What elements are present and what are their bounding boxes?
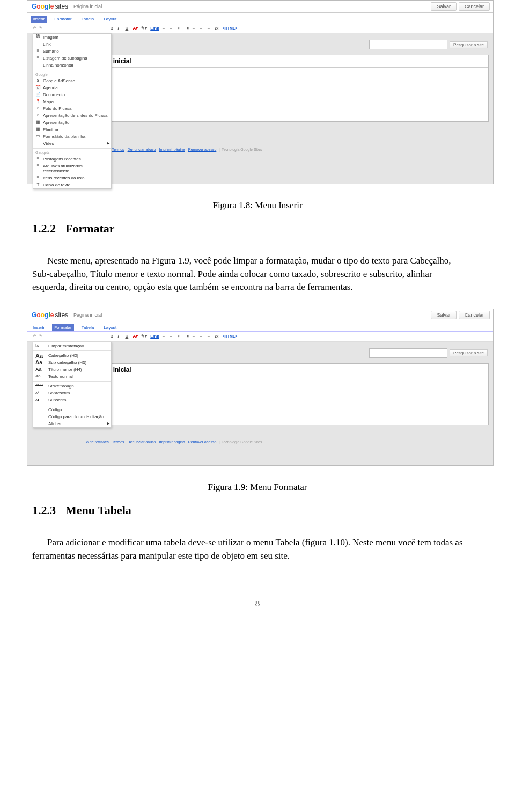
site-search-input[interactable] <box>369 348 447 358</box>
footer-link[interactable]: Denunciar abuso <box>128 148 156 151</box>
cancel-button[interactable]: Cancelar <box>459 311 490 319</box>
tab-layout[interactable]: Layout <box>101 324 119 331</box>
footer-link[interactable]: Remover acesso <box>188 148 217 151</box>
list-bullet-icon[interactable]: ≡ <box>170 26 174 31</box>
indent-icon[interactable]: ⇥ <box>185 334 189 339</box>
footer-link[interactable]: Imprimir página <box>159 440 185 444</box>
bold-icon[interactable]: B <box>110 334 114 339</box>
menu-item-label: Vídeo <box>43 141 54 146</box>
highlight-icon[interactable]: ✎▾ <box>141 26 147 31</box>
menu-item[interactable]: AaSub-cabeçalho (H3) <box>33 359 111 366</box>
outdent-icon[interactable]: ⇤ <box>178 26 182 31</box>
list-numbered-icon[interactable]: ≡ <box>163 26 167 31</box>
menu-item[interactable]: 📍Mapa <box>33 98 111 105</box>
text-color-icon[interactable]: A▾ <box>133 26 138 31</box>
save-button[interactable]: Salvar <box>431 311 457 319</box>
footer-link[interactable]: Imprimir página <box>159 148 185 151</box>
menu-item[interactable]: ≡Arquivos atualizados recentemente <box>33 163 111 174</box>
app-top-bar: Google sites Página inicial Salvar Cance… <box>27 309 493 321</box>
menu-item-label: Cabeçalho (H2) <box>48 353 78 358</box>
menu-item[interactable]: AaTítulo menor (H4) <box>33 366 111 373</box>
save-button[interactable]: Salvar <box>431 2 457 11</box>
underline-icon[interactable]: U <box>125 26 129 31</box>
menu-item[interactable]: 📅Agenda <box>33 84 111 91</box>
html-button[interactable]: <HTML> <box>223 334 238 338</box>
footer-link[interactable]: Remover acesso <box>188 440 217 444</box>
tab-tabela[interactable]: Tabela <box>79 16 97 23</box>
editor-document[interactable]: Página inicial <box>86 363 489 425</box>
undo-redo-icons[interactable]: ↶ ↷ <box>33 26 42 31</box>
cancel-button[interactable]: Cancelar <box>459 2 490 11</box>
highlight-icon[interactable]: ✎▾ <box>141 334 147 339</box>
tab-layout[interactable]: Layout <box>101 16 119 23</box>
site-search-button[interactable]: Pesquisar o site <box>450 349 488 356</box>
menu-item[interactable]: $Google AdSense <box>33 77 111 84</box>
menu-item[interactable]: ○Apresentação de slides do Picasa <box>33 112 111 119</box>
italic-icon[interactable]: I <box>117 26 122 31</box>
italic-icon[interactable]: I <box>117 334 122 339</box>
figure-1-8-screenshot: Google sites Página inicial Salvar Cance… <box>27 0 494 184</box>
footer-link[interactable]: Denunciar abuso <box>128 440 156 444</box>
menu-item[interactable]: x₂Subscrito <box>33 397 111 404</box>
text-color-icon[interactable]: A▾ <box>133 334 138 339</box>
undo-redo-icons[interactable]: ↶ ↷ <box>33 334 42 339</box>
menu-item[interactable]: x²Sobrescrito <box>33 390 111 397</box>
link-button[interactable]: Link <box>150 334 159 339</box>
menu-item-label: Subscrito <box>48 398 66 403</box>
menu-item[interactable]: Vídeo▶ <box>33 140 111 147</box>
html-button[interactable]: <HTML> <box>223 26 238 30</box>
align-right-icon[interactable]: ≡ <box>208 26 212 31</box>
tab-formatar[interactable]: Formatar <box>52 16 73 23</box>
tab-formatar[interactable]: Formatar <box>52 324 73 331</box>
menu-item[interactable]: Link <box>33 41 111 48</box>
menu-item[interactable]: TCaixa de texto <box>33 181 111 188</box>
menu-item[interactable]: IxLimpar formatação <box>33 342 111 349</box>
menu-item-icon: $ <box>35 78 41 83</box>
menu-item[interactable]: Código para bloco de citação <box>33 413 111 420</box>
menu-item[interactable]: ≡Postagens recentes <box>33 156 111 163</box>
site-search-button[interactable]: Pesquisar o site <box>450 41 488 48</box>
align-left-icon[interactable]: ≡ <box>193 26 197 31</box>
google-sites-logo: Google sites <box>31 311 68 319</box>
footer-link[interactable]: Termos <box>112 148 124 151</box>
menu-item[interactable]: Código <box>33 406 111 413</box>
underline-icon[interactable]: U <box>125 334 129 339</box>
align-left-icon[interactable]: ≡ <box>193 334 197 339</box>
menu-item[interactable]: ≡Sumário <box>33 48 111 55</box>
menu-item[interactable]: ▭Formulário da planilha <box>33 133 111 140</box>
list-bullet-icon[interactable]: ≡ <box>170 334 174 339</box>
site-search-input[interactable] <box>369 40 447 49</box>
align-right-icon[interactable]: ≡ <box>208 334 212 339</box>
tab-inserir[interactable]: Inserir <box>31 324 47 331</box>
clear-format-icon[interactable]: Ix <box>215 26 219 31</box>
menu-item[interactable]: ≡Listagem de subpágina <box>33 55 111 62</box>
tab-inserir[interactable]: Inserir <box>31 16 47 23</box>
footer-link[interactable]: o de revisões <box>86 440 109 444</box>
menu-item[interactable]: 🖼Imagem <box>33 34 111 41</box>
page-title: Página inicial <box>87 55 488 68</box>
align-center-icon[interactable]: ≡ <box>200 26 204 31</box>
menu-item[interactable]: ▦Planilha <box>33 126 111 133</box>
menu-item[interactable]: ABCStrikethrough <box>33 383 111 390</box>
menu-item[interactable]: ○Foto do Picasa <box>33 105 111 112</box>
footer-link[interactable]: Termos <box>112 440 124 444</box>
menu-item-label: Linha horizontal <box>43 63 73 68</box>
menu-item[interactable]: AaTexto normal <box>33 373 111 380</box>
menu-item[interactable]: 📄Documento <box>33 91 111 98</box>
menu-item-label: Mapa <box>43 99 54 104</box>
bold-icon[interactable]: B <box>110 26 114 31</box>
menu-item[interactable]: Alinhar▶ <box>33 420 111 427</box>
menu-item[interactable]: ≡Itens recentes da lista <box>33 174 111 181</box>
menu-item[interactable]: ▦Apresentação <box>33 119 111 126</box>
indent-icon[interactable]: ⇥ <box>185 26 189 31</box>
editor-document[interactable]: Página inicial <box>86 55 489 122</box>
link-button[interactable]: Link <box>150 26 159 31</box>
list-numbered-icon[interactable]: ≡ <box>163 334 167 339</box>
align-center-icon[interactable]: ≡ <box>200 334 204 339</box>
tab-tabela[interactable]: Tabela <box>79 324 97 331</box>
menu-item[interactable]: —Linha horizontal <box>33 62 111 69</box>
menu-item[interactable]: AaCabeçalho (H2) <box>33 352 111 359</box>
outdent-icon[interactable]: ⇤ <box>178 334 182 339</box>
editor-toolbar: ↶ ↷ B I U A▾ ✎▾ Link ≡ ≡ ⇤ ⇥ ≡ ≡ ≡ Ix <H… <box>27 23 493 33</box>
clear-format-icon[interactable]: Ix <box>215 334 219 339</box>
